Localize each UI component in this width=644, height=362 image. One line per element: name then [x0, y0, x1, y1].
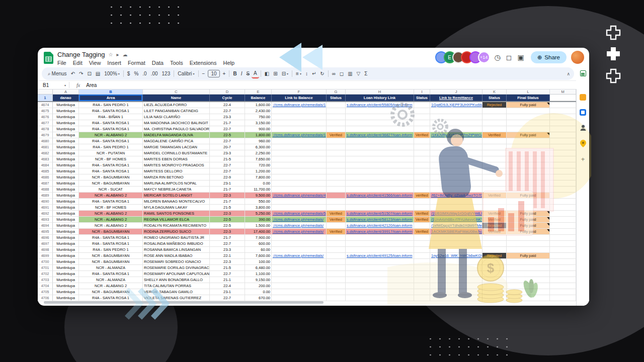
- cell[interactable]: [482, 205, 507, 211]
- cell[interactable]: [346, 283, 414, 289]
- header-cell-Status[interactable]: Status: [414, 95, 430, 101]
- sheets-logo-icon[interactable]: [44, 52, 53, 66]
- cell[interactable]: ://cms.dsfinance.ph/remedials/4: [272, 193, 327, 199]
- row-header-4691[interactable]: 4691: [38, 205, 53, 211]
- hide-menus-button[interactable]: ∧: [567, 71, 570, 76]
- cell[interactable]: [507, 199, 550, 205]
- cell[interactable]: [482, 126, 507, 132]
- cell[interactable]: R4A - SANTA ROSA 1: [79, 199, 143, 205]
- cell[interactable]: NCR - ALABANG 2: [79, 223, 143, 229]
- cell[interactable]: MARIDEL CORNILLO BUSTAMANTE: [143, 150, 210, 156]
- version-history-icon[interactable]: ◷: [494, 53, 502, 61]
- cell[interactable]: [272, 144, 327, 150]
- collaborator-overflow-badge[interactable]: +14: [478, 51, 490, 63]
- cell[interactable]: R4A - SANTA ROSA 1: [79, 108, 143, 114]
- cell[interactable]: [346, 174, 414, 180]
- cell[interactable]: R4A - SANTA ROSA 1: [79, 138, 143, 144]
- cell[interactable]: NCR - ALABANG 2: [79, 211, 143, 217]
- cell[interactable]: Muntinlupa: [53, 162, 79, 168]
- cell[interactable]: [507, 108, 550, 114]
- cell[interactable]: Muntinlupa: [53, 150, 79, 156]
- cell[interactable]: 720.00: [245, 162, 272, 168]
- cell[interactable]: RAMIL SANTOS PONSONES: [143, 211, 210, 217]
- cell[interactable]: [414, 156, 430, 162]
- cell[interactable]: Rejected: [482, 223, 507, 229]
- format-currency-button[interactable]: $: [125, 69, 132, 78]
- cell[interactable]: Verified: [414, 211, 430, 217]
- cell[interactable]: [482, 199, 507, 205]
- cell[interactable]: Muntinlupa: [53, 144, 79, 150]
- cell[interactable]: [482, 114, 507, 120]
- row-header-1[interactable]: 1: [38, 95, 53, 101]
- cell[interactable]: Muntinlupa: [53, 180, 79, 187]
- header-cell-Status[interactable]: Status: [327, 95, 346, 101]
- cell[interactable]: [507, 156, 550, 162]
- cell[interactable]: 21-1: [210, 277, 245, 283]
- cell[interactable]: [550, 187, 576, 193]
- cell[interactable]: 23-1: [210, 180, 245, 187]
- header-cell-Cycle[interactable]: Cycle: [210, 95, 245, 101]
- row-header-4704[interactable]: 4704: [38, 283, 53, 289]
- cell[interactable]: 22-3: [210, 229, 245, 235]
- cell[interactable]: [272, 241, 327, 247]
- cell[interactable]: [414, 102, 430, 108]
- star-icon[interactable]: ☆: [108, 52, 113, 58]
- cell[interactable]: MYLA DAGUMAN LAKAY: [143, 205, 210, 211]
- cell[interactable]: LILIA NASI CLARIÑO: [143, 114, 210, 120]
- cell[interactable]: MAYCY NEBREJA CANETA: [143, 187, 210, 193]
- cell[interactable]: [414, 187, 430, 193]
- cell[interactable]: ROSE ANN MADLA IBABAO: [143, 253, 210, 259]
- cell[interactable]: [272, 205, 327, 211]
- cell[interactable]: [346, 108, 414, 114]
- cell[interactable]: [272, 126, 327, 132]
- cell[interactable]: [482, 180, 507, 187]
- cell[interactable]: [507, 162, 550, 168]
- cell[interactable]: R4A - SANTA ROSA 1: [79, 126, 143, 132]
- cell[interactable]: [272, 295, 327, 301]
- cell[interactable]: Muntinlupa: [53, 235, 79, 241]
- cell[interactable]: 21-5: [210, 205, 245, 211]
- cell[interactable]: [272, 168, 327, 174]
- cell[interactable]: R4A - SANTA ROSA 1: [79, 271, 143, 277]
- cell[interactable]: [482, 241, 507, 247]
- cell[interactable]: 23-3: [210, 114, 245, 120]
- cell[interactable]: [327, 277, 346, 283]
- get-addons-icon[interactable]: +: [581, 156, 585, 162]
- row-header-4697[interactable]: 4697: [38, 241, 53, 247]
- cell[interactable]: 2,430.00: [245, 108, 272, 114]
- cell[interactable]: [327, 289, 346, 295]
- cell[interactable]: [327, 187, 346, 193]
- menu-extensions[interactable]: Extensions: [190, 60, 217, 66]
- cell[interactable]: Muntinlupa: [53, 126, 79, 132]
- cell[interactable]: [346, 199, 414, 205]
- cell[interactable]: 22-5: [210, 132, 245, 138]
- cell[interactable]: [327, 102, 346, 108]
- cell[interactable]: 3,800.00: [245, 205, 272, 211]
- cell[interactable]: Muntinlupa: [53, 193, 79, 199]
- cell[interactable]: verified: [414, 193, 430, 199]
- column-header-G[interactable]: G: [327, 89, 346, 94]
- cell[interactable]: [550, 271, 576, 277]
- cell[interactable]: Verified: [414, 229, 430, 235]
- cell[interactable]: Verified: [327, 132, 346, 138]
- cell[interactable]: Muntinlupa: [53, 223, 79, 229]
- cell[interactable]: [482, 156, 507, 162]
- cell[interactable]: Verified: [327, 229, 346, 235]
- cell[interactable]: R4A - SANTA ROSA 1: [79, 295, 143, 301]
- cell[interactable]: [430, 138, 482, 144]
- cell[interactable]: Muntinlupa: [53, 283, 79, 289]
- cell[interactable]: Muntinlupa: [53, 199, 79, 205]
- cell[interactable]: RODINA ZERRUDO SUICO: [143, 229, 210, 235]
- cell[interactable]: Verified: [482, 217, 507, 223]
- column-header-F[interactable]: F: [272, 89, 327, 94]
- cell[interactable]: 100.00: [245, 259, 272, 265]
- cell[interactable]: 1,600.00: [245, 102, 272, 108]
- cell[interactable]: [272, 138, 327, 144]
- cell[interactable]: Muntinlupa: [53, 120, 79, 126]
- cell[interactable]: [346, 114, 414, 120]
- cell[interactable]: 17,400.00: [245, 229, 272, 235]
- cell[interactable]: /f62+lMJaRy_cZuaA-fiwzTO7D8: [430, 193, 482, 199]
- cell[interactable]: [430, 168, 482, 174]
- cell[interactable]: NCR - BF HOMES: [79, 205, 143, 211]
- cell[interactable]: [327, 126, 346, 132]
